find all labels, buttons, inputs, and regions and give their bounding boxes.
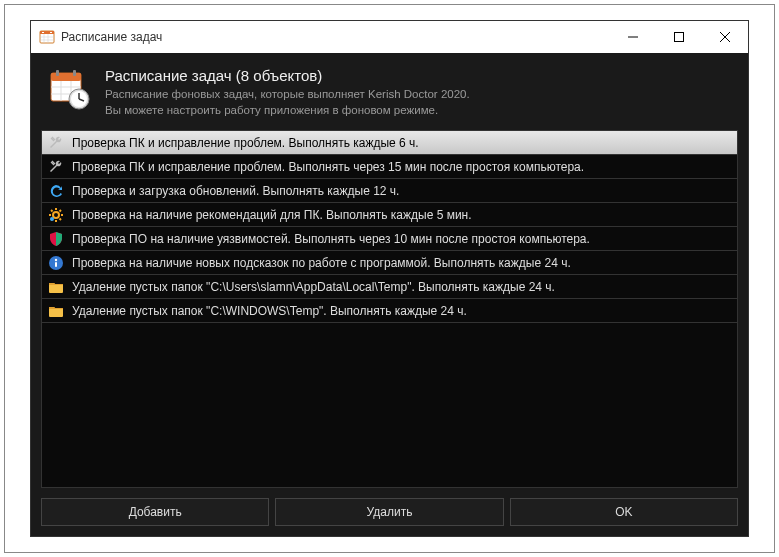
svg-rect-13: [51, 73, 81, 81]
task-row[interactable]: Проверка ПО на наличие уязвимостей. Выпо…: [42, 227, 737, 251]
svg-line-29: [51, 210, 53, 212]
task-row[interactable]: Проверка на наличие новых подсказок по р…: [42, 251, 737, 275]
minimize-button[interactable]: [610, 21, 656, 53]
task-label: Проверка и загрузка обновлений. Выполнят…: [72, 184, 399, 198]
close-button[interactable]: [702, 21, 748, 53]
svg-point-24: [53, 212, 59, 218]
svg-point-33: [50, 217, 54, 221]
shield-icon: [48, 231, 64, 247]
svg-rect-36: [55, 262, 57, 267]
svg-line-32: [60, 210, 62, 212]
task-label: Проверка на наличие новых подсказок по р…: [72, 256, 571, 270]
titlebar[interactable]: Расписание задач: [31, 21, 748, 53]
window-controls: [610, 21, 748, 53]
task-label: Удаление пустых папок "C:\WINDOWS\Temp".…: [72, 304, 467, 318]
task-row[interactable]: Проверка на наличие рекомендаций для ПК.…: [42, 203, 737, 227]
maximize-button[interactable]: [656, 21, 702, 53]
svg-point-35: [55, 258, 57, 260]
header-text: Расписание задач (8 объектов) Расписание…: [105, 67, 470, 118]
task-label: Удаление пустых папок "C:\Users\slamn\Ap…: [72, 280, 555, 294]
gear-icon: [48, 207, 64, 223]
task-label: Проверка на наличие рекомендаций для ПК.…: [72, 208, 472, 222]
svg-rect-9: [675, 33, 684, 42]
svg-rect-3: [50, 32, 52, 33]
task-row[interactable]: Проверка и загрузка обновлений. Выполнят…: [42, 179, 737, 203]
calendar-clock-icon: [49, 69, 91, 111]
task-row[interactable]: Удаление пустых папок "C:\WINDOWS\Temp".…: [42, 299, 737, 323]
header: Расписание задач (8 объектов) Расписание…: [31, 53, 748, 130]
wrench-icon: [48, 159, 64, 175]
svg-rect-14: [56, 70, 59, 76]
task-row[interactable]: Проверка ПК и исправление проблем. Выпол…: [42, 155, 737, 179]
dialog-window: Расписание задач Ра: [30, 20, 749, 537]
footer: Добавить Удалить OK: [31, 488, 748, 536]
svg-rect-2: [42, 32, 44, 33]
header-desc1: Расписание фоновых задач, которые выполн…: [105, 86, 470, 102]
add-button[interactable]: Добавить: [41, 498, 269, 526]
task-label: Проверка ПО на наличие уязвимостей. Выпо…: [72, 232, 590, 246]
svg-line-30: [60, 218, 62, 220]
svg-rect-15: [73, 70, 76, 76]
remove-button[interactable]: Удалить: [275, 498, 503, 526]
wrench-icon: [48, 135, 64, 151]
task-list[interactable]: Проверка ПК и исправление проблем. Выпол…: [41, 130, 738, 488]
header-title: Расписание задач (8 объектов): [105, 67, 470, 84]
header-desc2: Вы можете настроить работу приложения в …: [105, 102, 470, 118]
window-title: Расписание задач: [61, 30, 610, 44]
refresh-icon: [48, 183, 64, 199]
folder-icon: [48, 303, 64, 319]
task-row[interactable]: Удаление пустых папок "C:\Users\slamn\Ap…: [42, 275, 737, 299]
task-label: Проверка ПК и исправление проблем. Выпол…: [72, 160, 584, 174]
info-icon: [48, 255, 64, 271]
task-row[interactable]: Проверка ПК и исправление проблем. Выпол…: [42, 131, 737, 155]
app-icon: [39, 29, 55, 45]
folder-icon: [48, 279, 64, 295]
ok-button[interactable]: OK: [510, 498, 738, 526]
task-label: Проверка ПК и исправление проблем. Выпол…: [72, 136, 419, 150]
